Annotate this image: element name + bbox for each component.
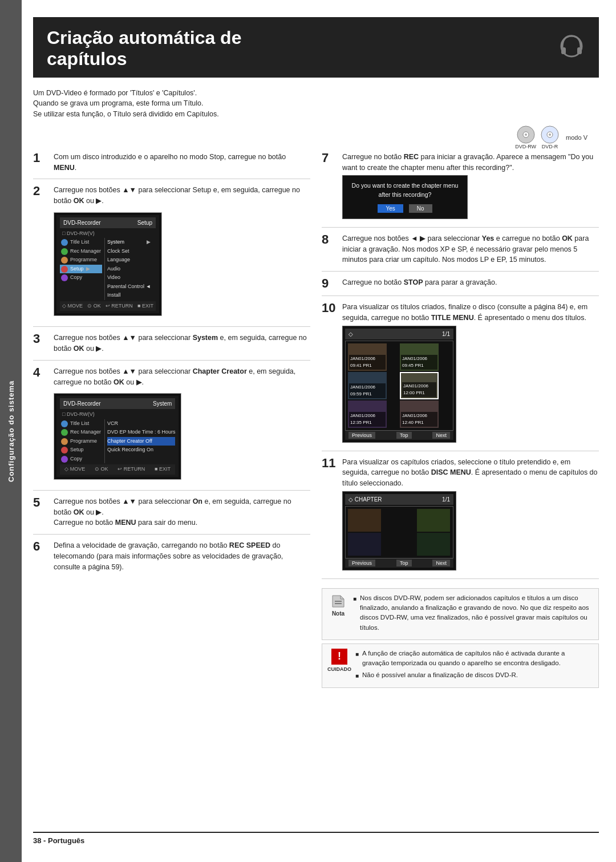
caution-item-2: Não é possível anular a finalização de d… bbox=[355, 670, 593, 680]
svg-rect-2 bbox=[577, 47, 582, 54]
step-5-bold-menu: MENU bbox=[115, 519, 136, 527]
step-5-bold-on: On bbox=[193, 497, 202, 505]
dialog-no-button[interactable]: No bbox=[409, 204, 432, 213]
step-6: 6 Defina a velocidade de gravação, carre… bbox=[33, 540, 310, 578]
nota-label: Nota bbox=[328, 609, 348, 618]
step-1-bold: MENU bbox=[54, 164, 75, 172]
step-5: 5 Carregue nos botões ▲▼ para selecciona… bbox=[33, 496, 310, 535]
step-4-bold-ok: OK bbox=[114, 378, 124, 386]
step-9: 9 Carregue no botão STOP para parar a gr… bbox=[322, 277, 599, 296]
title-thumbs-box: ◇ 1/1 JAN01/2006 09:41 PR1 JAN01/2006 09… bbox=[342, 326, 456, 443]
dialog-yes-button[interactable]: Yes bbox=[378, 204, 403, 213]
caution-box: ! CUIDADO A função de criação automática… bbox=[322, 644, 599, 688]
chapter-next-button[interactable]: Next bbox=[432, 560, 450, 566]
sidebar: Configuração do sistema bbox=[0, 0, 22, 862]
step-6-number: 6 bbox=[33, 540, 49, 553]
sys-title-list: Title List bbox=[60, 419, 102, 428]
chapter-cell-3 bbox=[417, 509, 450, 532]
chapter-previous-button[interactable]: Previous bbox=[348, 560, 375, 566]
menu-title-list: Title List bbox=[60, 238, 102, 247]
chapter-dialog: Do you want to create the chapter menu a… bbox=[342, 175, 468, 219]
thumb-label-5: JAN01/2006 12:35 PR1 bbox=[349, 412, 386, 427]
step-7-dialog-wrap: Do you want to create the chapter menu a… bbox=[342, 175, 599, 219]
modo-text: modo V bbox=[566, 134, 587, 141]
thumb-label-6: JAN01/2006 12:40 PR1 bbox=[401, 412, 437, 427]
setup-menu-header: DVD-Recorder Setup bbox=[60, 217, 156, 228]
step-5-content: Carregue nos botões ▲▼ para seleccionar … bbox=[54, 496, 310, 528]
sys-prog-icon bbox=[61, 438, 68, 445]
menu-rec-manager: Rec Manager bbox=[60, 247, 102, 256]
caution-item-1: A função de criação automática de capítu… bbox=[355, 649, 593, 669]
intro-text: Um DVD-Video é formado por 'Títulos' e '… bbox=[33, 88, 599, 120]
thumb-next-button[interactable]: Next bbox=[432, 432, 450, 439]
step-7-number: 7 bbox=[322, 152, 338, 164]
step-11-bold-disc: DISC MENU bbox=[431, 468, 471, 476]
dvdrw-disc: DVD-RW bbox=[515, 126, 536, 149]
step-5-number: 5 bbox=[33, 496, 49, 509]
step-3-content: Carregue nos botões ▲▼ para seleccionar … bbox=[54, 333, 310, 354]
step-4: 4 Carregue nos botões ▲▼ para selecciona… bbox=[33, 366, 310, 491]
step-8-bold-ok: OK bbox=[562, 234, 573, 242]
step-4-screenshot: DVD-Recorder System □ DVD-RW(V) bbox=[54, 390, 310, 482]
step-3-number: 3 bbox=[33, 333, 49, 345]
system-menu-screenshot: DVD-Recorder System □ DVD-RW(V) bbox=[54, 393, 181, 480]
setup-menu-footer: ◇ MOVE ⊙ OK ↩ RETURN ■ EXIT bbox=[60, 301, 156, 311]
thumb-previous-button[interactable]: Previous bbox=[348, 432, 375, 439]
svg-point-8 bbox=[549, 133, 551, 136]
step-10-thumbs-wrap: ◇ 1/1 JAN01/2006 09:41 PR1 JAN01/2006 09… bbox=[342, 326, 599, 443]
system-menu-inner: DVD-Recorder System □ DVD-RW(V) bbox=[56, 396, 179, 477]
system-menu-header: DVD-Recorder System bbox=[60, 398, 175, 409]
thumb-label-4: JAN01/2006 12:00 PR1 bbox=[402, 382, 436, 397]
step-2-bold: OK bbox=[74, 197, 84, 205]
copy-icon bbox=[61, 274, 68, 281]
chapter-cell-2 bbox=[383, 509, 416, 532]
svg-rect-1 bbox=[561, 47, 566, 54]
step-11-chapter-wrap: ◇ CHAPTER 1/1 bbox=[342, 491, 599, 570]
thumb-cell-6: JAN01/2006 12:40 PR1 bbox=[400, 400, 439, 428]
step-10-bold-title: TITLE MENU bbox=[431, 314, 474, 322]
menu-copy: Copy bbox=[60, 273, 102, 282]
two-column-layout: 1 Com um disco introduzido e o aparelho … bbox=[33, 152, 599, 821]
thumb-grid: JAN01/2006 09:41 PR1 JAN01/2006 09:45 PR… bbox=[345, 341, 453, 431]
step-1: 1 Com um disco introduzido e o aparelho … bbox=[33, 152, 310, 180]
sys-setup-icon bbox=[61, 447, 68, 454]
thumb-cell-2: JAN01/2006 09:45 PR1 bbox=[400, 343, 439, 371]
thumb-nav: Previous Top Next bbox=[345, 431, 453, 440]
step-3-bold-ok: OK bbox=[74, 345, 84, 353]
dvdrw-icon bbox=[517, 126, 535, 144]
step-11-number: 11 bbox=[322, 457, 338, 470]
chapter-menu-box: ◇ CHAPTER 1/1 bbox=[342, 491, 456, 570]
system-menu-footer: ◇ MOVE ⊙ OK ↩ RETURN ■ EXIT bbox=[60, 464, 175, 475]
thumb-cell-3: JAN01/2006 09:59 PR1 bbox=[348, 372, 387, 399]
svg-point-5 bbox=[525, 133, 527, 136]
thumb-top-button[interactable]: Top bbox=[396, 432, 412, 439]
thumb-cell-1: JAN01/2006 09:41 PR1 bbox=[348, 343, 387, 371]
chapter-cell-5 bbox=[383, 533, 416, 556]
chapter-cell-6 bbox=[417, 533, 450, 556]
step-6-bold-rec: REC SPEED bbox=[229, 541, 270, 549]
thumb-header: ◇ 1/1 bbox=[345, 329, 453, 339]
right-column: 7 Carregue no botão REC para iniciar a g… bbox=[322, 152, 599, 821]
chapter-top-button[interactable]: Top bbox=[396, 560, 412, 566]
chapter-cell-4 bbox=[348, 533, 381, 556]
step-7-content: Carregue no botão REC para iniciar a gra… bbox=[342, 152, 599, 221]
menu-programme: Programme bbox=[60, 256, 102, 265]
setup-menu-screenshot: DVD-Recorder Setup □ DVD-RW(V) bbox=[54, 212, 162, 317]
chapter-grid bbox=[345, 506, 453, 559]
page: Configuração do sistema Criação automáti… bbox=[0, 0, 616, 862]
step-6-content: Defina a velocidade de gravação, carrega… bbox=[54, 540, 310, 572]
step-11: 11 Para visualizar os capítulos criados,… bbox=[322, 457, 599, 579]
step-4-number: 4 bbox=[33, 366, 49, 379]
page-title: Criação automática de capítulos bbox=[47, 27, 585, 70]
step-8-content: Carregue nos botões ◄ ▶ para seleccionar… bbox=[342, 233, 599, 265]
programme-icon bbox=[61, 257, 68, 264]
step-5-bold-ok: OK bbox=[74, 508, 84, 516]
step-10-number: 10 bbox=[322, 302, 338, 314]
sys-rec-icon bbox=[61, 429, 68, 436]
caution-label: CUIDADO bbox=[327, 666, 351, 674]
step-3-bold-system: System bbox=[193, 334, 218, 342]
page-number: 38 - Português bbox=[33, 836, 84, 845]
dvd-icons-row: DVD-RW DVD-R modo V bbox=[33, 126, 599, 149]
step-1-content: Com um disco introduzido e o aparelho no… bbox=[54, 152, 310, 173]
thumb-label-2: JAN01/2006 09:45 PR1 bbox=[401, 355, 437, 370]
